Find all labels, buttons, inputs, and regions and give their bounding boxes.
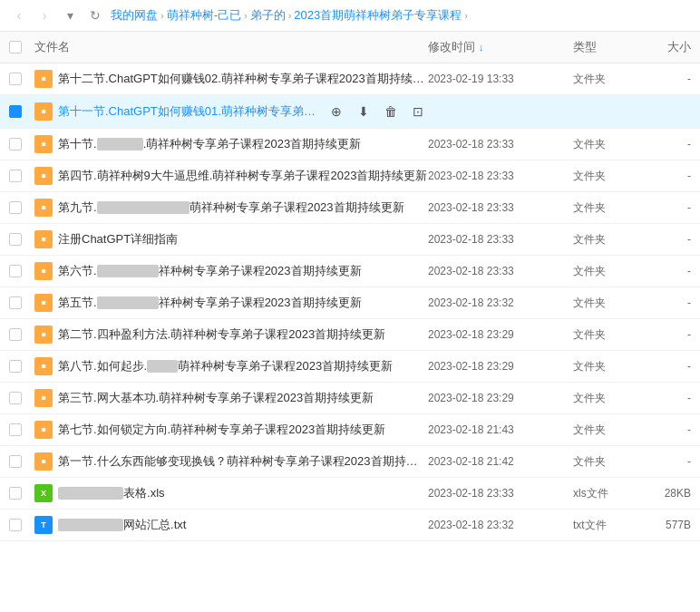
breadcrumb-folder3[interactable]: 2023首期萌祥种树弟子专享课程 <box>294 7 462 24</box>
row-checkbox[interactable] <box>9 392 22 404</box>
dropdown-button[interactable]: ▾ <box>60 5 80 25</box>
file-name: ████████网站汇总.txt <box>58 517 428 533</box>
file-name: 第八节.如何起步.████萌祥种树专享弟子课程2023首期持续更新 <box>58 358 428 374</box>
row-checkbox[interactable] <box>9 170 22 182</box>
file-type: 文件夹 <box>573 296 637 311</box>
file-row[interactable]: ▪ 第十节.██████.萌祥种树专享弟子课程2023首期持续更新 2023-0… <box>0 129 700 160</box>
file-row[interactable]: T ████████网站汇总.txt 2023-02-18 23:32 txt文… <box>0 510 700 541</box>
row-checkbox[interactable] <box>9 138 22 151</box>
file-row[interactable]: ▪ 第二节.四种盈利方法.萌祥种树专享弟子课程2023首期持续更新 2023-0… <box>0 319 700 351</box>
file-name: 第一节.什么东西能够变现换钱？萌祥种树专享弟子课程2023首期持续更新 <box>58 453 428 470</box>
file-type: 文件夹 <box>573 264 637 279</box>
row-checkbox[interactable] <box>9 328 22 341</box>
file-type: 文件夹 <box>573 137 637 152</box>
file-name: 第六节.████████祥种树专享弟子课程2023首期持续更新 <box>58 263 428 279</box>
file-name: 第四节.萌祥种树9大牛逼思维.萌祥种树专享弟子课程2023首期持续更新 <box>58 168 428 184</box>
download-button[interactable]: ⬇ <box>354 102 374 121</box>
row-checkbox[interactable] <box>9 73 22 85</box>
file-type: 文件夹 <box>573 423 637 438</box>
header-checkbox[interactable] <box>9 41 22 53</box>
file-size: - <box>637 265 691 277</box>
file-modified: 2023-02-18 23:33 <box>428 487 573 500</box>
file-type: 文件夹 <box>573 359 637 374</box>
file-row[interactable]: ▪ 第三节.网大基本功.萌祥种树专享弟子课程2023首期持续更新 2023-02… <box>0 383 700 414</box>
file-size: - <box>637 392 691 404</box>
folder-icon: ▪ <box>34 389 53 407</box>
breadcrumb-folder2[interactable]: 弟子的 <box>250 7 286 24</box>
file-type: 文件夹 <box>573 72 637 87</box>
file-modified: 2023-02-19 13:33 <box>428 73 573 85</box>
row-checkbox[interactable] <box>9 201 22 214</box>
folder-icon: ▪ <box>34 135 53 153</box>
col-size-header: 大小 <box>637 39 691 55</box>
file-size: 577B <box>637 519 691 531</box>
breadcrumb-sep-1: › <box>160 10 164 21</box>
file-modified: 2023-02-18 23:32 <box>428 519 573 531</box>
row-checkbox[interactable] <box>9 233 22 246</box>
folder-icon: ▪ <box>34 102 53 121</box>
col-name-header: 文件名 <box>34 39 428 55</box>
file-size: - <box>637 328 691 341</box>
file-row[interactable]: ▪ 第一节.什么东西能够变现换钱？萌祥种树专享弟子课程2023首期持续更新 20… <box>0 446 700 478</box>
file-modified: 2023-02-18 21:43 <box>428 423 573 436</box>
file-row[interactable]: ▪ 第九节.████████████萌祥种树专享弟子课程2023首期持续更新 2… <box>0 192 700 224</box>
refresh-button[interactable]: ↻ <box>85 5 105 25</box>
forward-button[interactable]: › <box>34 5 54 25</box>
file-row[interactable]: ▪ 第四节.萌祥种树9大牛逼思维.萌祥种树专享弟子课程2023首期持续更新 20… <box>0 160 700 192</box>
file-modified: 2023-02-18 23:29 <box>428 328 573 341</box>
file-list: 文件名 修改时间 ↓ 类型 大小 ▪ 第十二节.ChatGPT如何赚钱02.萌祥… <box>0 32 700 541</box>
folder-icon: ▪ <box>34 230 53 248</box>
file-size: - <box>637 423 691 436</box>
breadcrumb: 我的网盘 › 萌祥种树-己已 › 弟子的 › 2023首期萌祥种树弟子专享课程 … <box>111 7 691 24</box>
xls-icon: X <box>34 484 53 502</box>
file-size: - <box>637 138 691 151</box>
file-row[interactable]: ▪ 第八节.如何起步.████萌祥种树专享弟子课程2023首期持续更新 2023… <box>0 351 700 383</box>
file-type: 文件夹 <box>573 327 637 343</box>
folder-icon: ▪ <box>34 262 53 280</box>
file-type: 文件夹 <box>573 169 637 184</box>
file-row[interactable]: ▪ 第五节.████████祥种树专享弟子课程2023首期持续更新 2023-0… <box>0 287 700 319</box>
file-modified: 2023-02-18 23:29 <box>428 360 573 373</box>
row-checkbox[interactable] <box>9 360 22 373</box>
file-name: 注册ChatGPT详细指南 <box>58 231 428 248</box>
file-row[interactable]: ▪ 第六节.████████祥种树专享弟子课程2023首期持续更新 2023-0… <box>0 256 700 287</box>
row-checkbox[interactable] <box>9 265 22 277</box>
file-size: - <box>637 170 691 182</box>
file-name: 第九节.████████████萌祥种树专享弟子课程2023首期持续更新 <box>58 199 428 216</box>
file-row[interactable]: ▪ 第七节.如何锁定方向.萌祥种树专享弟子课程2023首期持续更新 2023-0… <box>0 414 700 446</box>
file-modified: 2023-02-18 23:32 <box>428 296 573 309</box>
share-button[interactable]: ⊕ <box>326 102 346 121</box>
back-button[interactable]: ‹ <box>9 5 29 25</box>
file-name: 第十一节.ChatGPT如何赚钱01.萌祥种树专享弟子课程2023... <box>58 103 319 120</box>
folder-icon: ▪ <box>34 70 53 88</box>
file-size: 28KB <box>637 487 691 500</box>
row-checkbox[interactable] <box>9 455 22 468</box>
file-type: xls文件 <box>573 486 637 501</box>
delete-button[interactable]: 🗑 <box>381 102 401 121</box>
folder-icon: ▪ <box>34 294 53 312</box>
row-checkbox[interactable] <box>9 423 22 436</box>
file-row[interactable]: ▪ 第十一节.ChatGPT如何赚钱01.萌祥种树专享弟子课程2023... ⊕… <box>0 95 700 129</box>
row-checkbox[interactable] <box>9 105 22 118</box>
file-modified: 2023-02-18 21:42 <box>428 455 573 468</box>
file-row[interactable]: ▪ 第十二节.ChatGPT如何赚钱02.萌祥种树专享弟子课程2023首期持续更… <box>0 63 700 95</box>
row-checkbox[interactable] <box>9 519 22 531</box>
col-modified-header[interactable]: 修改时间 ↓ <box>428 39 573 55</box>
more-button[interactable]: ⊡ <box>408 102 428 121</box>
folder-icon: ▪ <box>34 167 53 185</box>
file-modified: 2023-02-18 23:33 <box>428 265 573 277</box>
file-row[interactable]: X ████████表格.xls 2023-02-18 23:33 xls文件 … <box>0 478 700 510</box>
breadcrumb-mydisk[interactable]: 我的网盘 <box>111 7 158 24</box>
file-modified: 2023-02-18 23:33 <box>428 233 573 246</box>
row-checkbox[interactable] <box>9 296 22 309</box>
file-modified: 2023-02-18 23:33 <box>428 138 573 151</box>
txt-icon: T <box>34 516 53 534</box>
file-row[interactable]: ▪ 注册ChatGPT详细指南 2023-02-18 23:33 文件夹 - <box>0 224 700 256</box>
breadcrumb-sep-4: › <box>464 10 468 21</box>
top-bar: ‹ › ▾ ↻ 我的网盘 › 萌祥种树-己已 › 弟子的 › 2023首期萌祥种… <box>0 0 700 32</box>
breadcrumb-sep-3: › <box>288 10 292 21</box>
folder-icon: ▪ <box>34 421 53 439</box>
row-checkbox[interactable] <box>9 487 22 500</box>
breadcrumb-folder1[interactable]: 萌祥种树-己已 <box>167 7 241 24</box>
file-type: 文件夹 <box>573 232 637 248</box>
